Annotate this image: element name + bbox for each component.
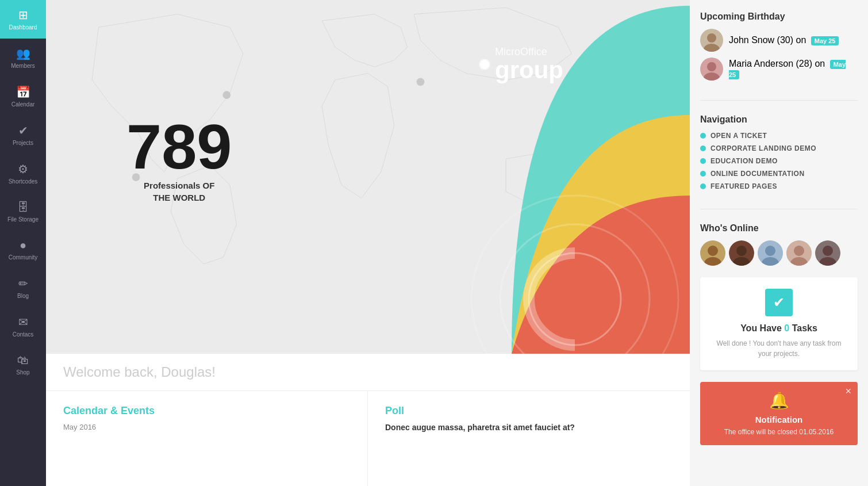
nav-dot-1 — [700, 133, 706, 139]
online-avatar-4 — [786, 240, 812, 266]
online-title: Who's Online — [700, 223, 858, 234]
svg-point-0 — [222, 91, 231, 99]
welcome-text: Welcome back, Douglas! — [63, 364, 216, 380]
online-section: Who's Online — [700, 223, 858, 266]
professionals-count: 789 — [126, 115, 232, 178]
nav-link-docs[interactable]: ONLINE DOCUMENTATION — [700, 170, 858, 178]
nav-label-corporate: CORPORATE LANDING DEMO — [710, 144, 816, 152]
tasks-count: 0 — [784, 323, 789, 333]
sidebar-item-projects[interactable]: ✔ Projects — [0, 116, 46, 154]
community-icon: ● — [20, 239, 26, 252]
sidebar-label-contacs: Contacs — [13, 331, 34, 338]
stats-label-line1: Professionals OF — [126, 181, 232, 190]
online-avatar-3 — [758, 240, 783, 266]
welcome-bar: Welcome back, Douglas! — [46, 354, 690, 391]
nav-link-corporate[interactable]: CORPORATE LANDING DEMO — [700, 144, 858, 152]
svg-point-16 — [736, 246, 747, 256]
nav-link-ticket[interactable]: OPEN A TICKET — [700, 132, 858, 140]
sidebar: ⊞ Dashboard 👥 Members 📅 Calendar ✔ Proje… — [0, 0, 46, 486]
content-grid: Calendar & Events May 2016 Poll Donec au… — [46, 391, 690, 486]
calendar-card: Calendar & Events May 2016 — [46, 391, 368, 486]
calendar-icon: 📅 — [16, 85, 30, 99]
sidebar-label-filestorage: File Storage — [7, 216, 39, 223]
sidebar-label-community: Community — [9, 254, 38, 261]
calendar-title: Calendar & Events — [63, 405, 350, 417]
svg-point-25 — [823, 246, 833, 256]
avatar-john — [700, 29, 723, 52]
nav-dot-2 — [700, 146, 706, 151]
sidebar-item-members[interactable]: 👥 Members — [0, 39, 46, 77]
sidebar-item-calendar[interactable]: 📅 Calendar — [0, 77, 46, 116]
brand-sub: MicroOffice — [495, 46, 563, 58]
nav-label-education: EDUCATION DEMO — [710, 157, 778, 165]
divider-2 — [700, 209, 858, 209]
stats-label-line2: THE WORLD — [126, 193, 232, 202]
avatar-maria — [700, 58, 723, 81]
projects-icon: ✔ — [18, 124, 28, 137]
birthday-name-1: John Snow (30) on May 25 — [729, 35, 839, 45]
brand-dot — [480, 60, 489, 69]
nav-label-docs: ONLINE DOCUMENTATION — [710, 170, 805, 178]
sidebar-label-calendar: Calendar — [11, 101, 35, 108]
dashboard-icon: ⊞ — [18, 8, 28, 22]
blog-icon: ✏ — [18, 277, 28, 290]
sidebar-item-contacs[interactable]: ✉ Contacs — [0, 307, 46, 346]
nav-link-featured[interactable]: FEATURED PAGES — [700, 182, 858, 190]
birthday-item-2: Maria Anderson (28) on May 25 — [700, 58, 858, 81]
notification-card: ✕ 🔔 Notification The office will be clos… — [700, 382, 858, 445]
birthday-section: Upcoming Birthday John Snow (30) on May … — [700, 12, 858, 86]
sidebar-label-projects: Projects — [13, 140, 33, 146]
notification-title: Notification — [709, 415, 848, 424]
online-avatars — [700, 240, 858, 266]
main-content: 789 Professionals OF THE WORLD MicroOffi… — [46, 0, 690, 486]
svg-point-10 — [707, 62, 716, 71]
poll-card: Poll Donec augue massa, pharetra sit ame… — [368, 391, 690, 486]
sidebar-label-dashboard: Dashboard — [9, 24, 37, 30]
tasks-card: ✔ You Have 0 Tasks Well done ! You don't… — [700, 277, 858, 370]
hero-section: 789 Professionals OF THE WORLD MicroOffi… — [46, 0, 690, 354]
nav-dot-3 — [700, 158, 706, 164]
sidebar-label-members: Members — [11, 63, 35, 69]
sidebar-item-shortcodes[interactable]: ⚙ Shortcodes — [0, 154, 46, 193]
contacs-icon: ✉ — [18, 315, 28, 329]
tasks-title: You Have 0 Tasks — [712, 323, 846, 334]
svg-point-7 — [707, 33, 716, 43]
brand-main: group — [495, 58, 563, 82]
navigation-title: Navigation — [700, 114, 858, 125]
brand-text: MicroOffice group — [495, 46, 563, 82]
svg-point-19 — [765, 246, 775, 256]
tasks-checkmark-icon: ✔ — [765, 289, 793, 316]
sidebar-item-dashboard[interactable]: ⊞ Dashboard — [0, 0, 46, 39]
sidebar-item-filestorage[interactable]: 🗄 File Storage — [0, 193, 46, 231]
tasks-description: Well done ! You don't have any task from… — [712, 338, 846, 359]
calendar-subtitle: May 2016 — [63, 423, 350, 431]
notification-close-button[interactable]: ✕ — [845, 386, 852, 396]
navigation-section: Navigation OPEN A TICKET CORPORATE LANDI… — [700, 114, 858, 195]
svg-point-13 — [708, 246, 718, 256]
birthday-title: Upcoming Birthday — [700, 12, 858, 22]
birthday-item-1: John Snow (30) on May 25 — [700, 29, 858, 52]
stats-overlay: 789 Professionals OF THE WORLD — [126, 115, 232, 202]
sidebar-item-community[interactable]: ● Community — [0, 231, 46, 269]
poll-title: Poll — [385, 405, 673, 417]
filestorage-icon: 🗄 — [17, 201, 29, 214]
online-avatar-1 — [700, 240, 725, 266]
notification-text: The office will be closed 01.05.2016 — [709, 428, 848, 436]
nav-label-ticket: OPEN A TICKET — [710, 132, 767, 140]
shop-icon: 🛍 — [17, 354, 29, 367]
brand-overlay: MicroOffice group — [480, 46, 563, 82]
sidebar-item-blog[interactable]: ✏ Blog — [0, 269, 46, 307]
sidebar-label-blog: Blog — [17, 293, 29, 299]
members-icon: 👥 — [16, 47, 30, 60]
poll-text: Donec augue massa, pharetra sit amet fau… — [385, 423, 673, 432]
birthday-name-2: Maria Anderson (28) on May 25 — [729, 59, 858, 79]
sidebar-label-shop: Shop — [16, 369, 29, 376]
nav-dot-5 — [700, 183, 706, 189]
shortcodes-icon: ⚙ — [18, 162, 28, 176]
sidebar-item-shop[interactable]: 🛍 Shop — [0, 346, 46, 384]
nav-dot-4 — [700, 171, 706, 177]
online-avatar-2 — [729, 240, 754, 266]
svg-point-22 — [794, 246, 804, 256]
notification-bell-icon: 🔔 — [709, 391, 848, 410]
nav-link-education[interactable]: EDUCATION DEMO — [700, 157, 858, 165]
